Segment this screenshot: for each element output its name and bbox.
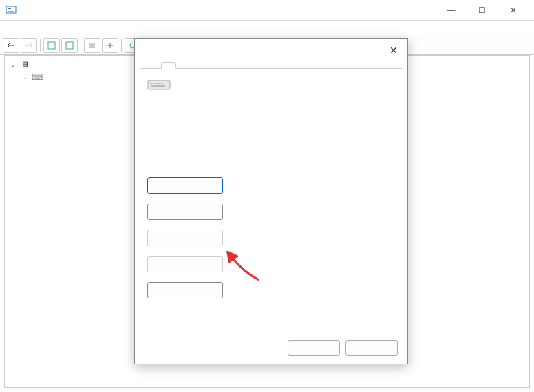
driver-details-button[interactable] — [147, 177, 223, 194]
svg-rect-1 — [8, 8, 11, 9]
chevron-down-icon[interactable]: ⌄ — [9, 61, 17, 69]
info-label — [175, 103, 244, 118]
disable-device-button — [147, 256, 223, 272]
svg-rect-2 — [8, 10, 14, 10]
forward-button[interactable] — [21, 38, 37, 53]
maximize-button[interactable]: ☐ — [467, 0, 498, 21]
svg-rect-14 — [161, 83, 163, 84]
svg-rect-13 — [158, 83, 160, 84]
tab-details[interactable] — [176, 62, 190, 68]
tab-general[interactable] — [147, 62, 161, 68]
tool-icon[interactable] — [43, 38, 60, 53]
keyboard-icon — [147, 78, 171, 91]
close-button[interactable]: ✕ — [498, 0, 528, 21]
tool-icon[interactable] — [61, 38, 78, 53]
keyboard-icon: ⌨ — [32, 72, 43, 83]
properties-dialog: ✕ — [134, 38, 408, 364]
svg-rect-11 — [153, 83, 155, 84]
tab-events[interactable] — [190, 62, 204, 68]
menubar — [0, 21, 534, 36]
back-button[interactable] — [3, 38, 19, 53]
uninstall-device-button[interactable] — [147, 282, 223, 298]
info-label — [175, 118, 244, 133]
chevron-down-icon[interactable]: ⌄ — [21, 73, 30, 81]
dialog-titlebar[interactable]: ✕ — [135, 39, 407, 62]
update-driver-button[interactable] — [147, 204, 223, 220]
svg-rect-10 — [150, 83, 152, 84]
menu-action[interactable] — [15, 27, 26, 30]
tab-driver[interactable] — [161, 62, 176, 69]
computer-icon: 🖥 — [19, 59, 30, 70]
svg-rect-12 — [156, 83, 158, 84]
titlebar: — ☐ ✕ — [0, 0, 534, 21]
cancel-button[interactable] — [345, 340, 398, 356]
menu-help[interactable] — [37, 27, 48, 30]
svg-rect-15 — [151, 85, 165, 87]
driver-info — [175, 103, 395, 164]
menu-view[interactable] — [26, 27, 37, 30]
svg-rect-4 — [48, 42, 55, 49]
svg-rect-3 — [8, 11, 14, 12]
tool-icon[interactable] — [102, 38, 118, 53]
svg-rect-5 — [66, 42, 73, 49]
ok-button[interactable] — [288, 340, 340, 356]
tab-strip — [140, 62, 402, 69]
svg-rect-9 — [148, 80, 170, 89]
svg-rect-6 — [89, 43, 95, 48]
info-label — [175, 133, 244, 149]
menu-file[interactable] — [4, 27, 15, 30]
minimize-button[interactable]: — — [436, 0, 467, 21]
dialog-close-button[interactable]: ✕ — [387, 45, 400, 56]
tab-resources[interactable] — [204, 62, 217, 68]
rollback-driver-button — [147, 230, 223, 246]
app-icon — [6, 5, 17, 16]
tool-icon[interactable] — [84, 38, 100, 53]
info-label — [175, 149, 244, 164]
